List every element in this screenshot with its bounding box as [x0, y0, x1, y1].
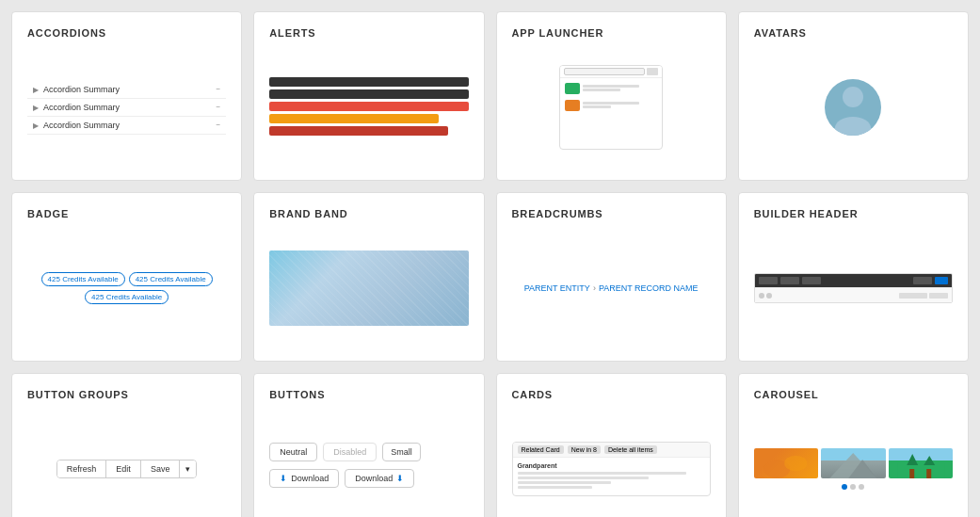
card-app-launcher-preview: [512, 50, 711, 165]
app-launcher-body: [560, 78, 662, 118]
svg-rect-4: [897, 463, 944, 478]
accordion-arrow-3: −: [217, 121, 221, 129]
card-app-launcher-title: APP LAUNCHER: [512, 27, 711, 39]
buttons-row-2: ⬇ Download Download ⬇: [269, 469, 468, 488]
buttons-row-1: Neutral Disabled Small: [269, 443, 468, 461]
accordion-label-1: ▶ Accordion Summary: [33, 85, 120, 94]
cards-header-btn-3: Delete all items: [604, 445, 657, 454]
app-text-lines-2: [583, 102, 657, 109]
accordion-label-3: ▶ Accordion Summary: [33, 121, 120, 130]
card-carousel-title: CAROUSEL: [754, 389, 953, 400]
alert-bar-dark2: [269, 89, 468, 99]
btn-group-refresh[interactable]: Refresh: [57, 460, 107, 477]
app-search-bar: [564, 68, 645, 75]
app-item-2: [563, 98, 659, 113]
builder-top-bar: [755, 274, 952, 287]
btn-group-arrow[interactable]: ▾: [180, 460, 196, 477]
brand-band-preview: [269, 250, 468, 326]
app-launcher-preview: [559, 65, 663, 150]
cards-line-4: [518, 486, 593, 489]
app-text-line: [583, 85, 639, 88]
component-grid: ACCORDIONS ▶ Accordion Summary − ▶ Accor…: [11, 11, 969, 517]
builder-btn-3: [802, 277, 821, 284]
accordion-row-1: ▶ Accordion Summary −: [27, 81, 226, 99]
card-button-groups-title: BUTTON GROUPS: [27, 389, 226, 400]
cards-line-2: [518, 477, 649, 479]
accordion-label-2: ▶ Accordion Summary: [33, 103, 120, 112]
card-app-launcher: APP LAUNCHER: [496, 11, 727, 181]
btn-group-save[interactable]: Save: [141, 460, 181, 477]
carousel-dot-1: [842, 484, 847, 490]
builder-dot-2: [766, 293, 772, 299]
avatar-circle: [825, 79, 881, 136]
card-cards-preview: Related Card New in 8 Delete all items G…: [512, 412, 711, 517]
btn-download-2[interactable]: Download ⬇: [345, 469, 414, 488]
breadcrumbs-preview: PARENT ENTITY › PARENT RECORD NAME: [524, 283, 699, 293]
builder-bottom-btn: [929, 293, 948, 299]
svg-rect-8: [926, 469, 931, 478]
breadcrumb-separator: ›: [593, 283, 596, 293]
card-cards: CARDS Related Card New in 8 Delete all i…: [496, 373, 727, 517]
svg-marker-6: [924, 456, 935, 465]
alerts-preview: [269, 77, 468, 138]
card-buttons-title: BUTTONS: [269, 389, 468, 400]
carousel-img-3: [889, 448, 953, 478]
card-breadcrumbs: BREADCRUMBS PARENT ENTITY › PARENT RECOR…: [496, 192, 727, 362]
btn-download-1[interactable]: ⬇ Download: [269, 469, 339, 488]
carousel-img-1: [754, 448, 818, 478]
card-alerts: ALERTS: [253, 11, 484, 181]
card-breadcrumbs-title: BREADCRUMBS: [512, 208, 711, 219]
card-avatars-title: AVATARS: [754, 27, 953, 39]
btn-download-1-label: Download: [291, 474, 329, 483]
card-accordions-preview: ▶ Accordion Summary − ▶ Accordion Summar…: [27, 50, 226, 165]
builder-dot-1: [759, 293, 764, 299]
accordion-arrow-1: −: [217, 85, 221, 93]
btn-group-edit[interactable]: Edit: [106, 460, 141, 477]
app-text-line-2: [583, 89, 620, 91]
card-badge-preview: 425 Credits Available 425 Credits Availa…: [27, 231, 226, 346]
builder-btn-2: [780, 277, 799, 284]
card-buttons: BUTTONS Neutral Disabled Small ⬇ Downloa…: [253, 373, 484, 517]
card-avatars-preview: [754, 50, 953, 165]
card-button-groups: BUTTON GROUPS Refresh Edit Save ▾: [11, 373, 242, 517]
cards-header-btn-1: Related Card: [518, 445, 564, 454]
builder-bottom-bar: [755, 287, 952, 302]
card-accordions-title: ACCORDIONS: [27, 27, 226, 39]
card-accordions: ACCORDIONS ▶ Accordion Summary − ▶ Accor…: [11, 11, 242, 181]
download-icon-2: ⬇: [396, 474, 404, 483]
cards-preview-header: Related Card New in 8 Delete all items: [513, 443, 710, 458]
accordion-preview: ▶ Accordion Summary − ▶ Accordion Summar…: [27, 81, 226, 135]
buttons-preview: Neutral Disabled Small ⬇ Download Downlo…: [269, 443, 468, 495]
badge-2: 425 Credits Available: [129, 272, 213, 286]
svg-point-1: [784, 456, 807, 471]
cards-line-3: [518, 481, 612, 484]
app-header-btn: [647, 68, 658, 75]
btn-download-2-label: Download: [355, 474, 393, 483]
builder-header-preview: [754, 273, 953, 303]
accordion-row-2: ▶ Accordion Summary −: [27, 99, 226, 117]
alert-bar-dark: [269, 77, 468, 87]
app-icon-orange: [565, 100, 580, 111]
cards-preview-body: Grandparent: [513, 458, 710, 495]
card-brand-band: BRAND BAND: [253, 192, 484, 362]
alert-bar-red: [269, 102, 468, 111]
alert-bar-red2: [269, 126, 448, 136]
carousel-dot-3: [859, 484, 864, 490]
badge-1: 425 Credits Available: [41, 272, 125, 286]
btn-disabled: Disabled: [323, 443, 377, 461]
badge-3: 425 Credits Available: [85, 290, 169, 304]
card-alerts-preview: [269, 50, 468, 165]
cards-line-1: [518, 472, 686, 475]
svg-marker-5: [907, 454, 918, 465]
carousel-dot-2: [850, 484, 856, 490]
card-badge: BADGE 425 Credits Available 425 Credits …: [11, 192, 242, 362]
builder-bottom-input: [899, 293, 927, 299]
carousel-images: [754, 448, 953, 478]
btn-small[interactable]: Small: [382, 443, 421, 461]
card-button-groups-preview: Refresh Edit Save ▾: [27, 412, 226, 517]
app-launcher-header: [560, 66, 662, 78]
btn-neutral[interactable]: Neutral: [269, 443, 317, 461]
button-group: Refresh Edit Save ▾: [56, 460, 198, 478]
card-avatars: AVATARS: [738, 11, 969, 181]
breadcrumb-parent: PARENT ENTITY: [524, 283, 590, 293]
